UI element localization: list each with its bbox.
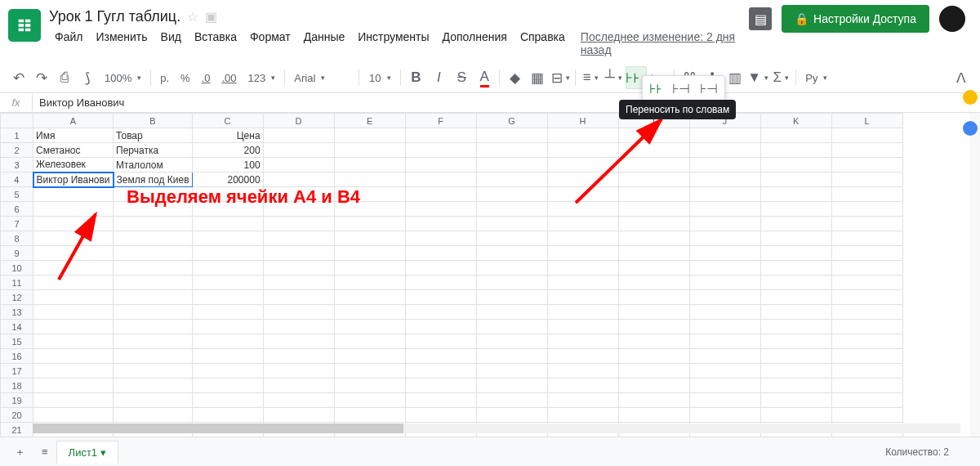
cell-D18[interactable] xyxy=(263,379,334,393)
cell-L1[interactable] xyxy=(831,128,902,143)
cell-L5[interactable] xyxy=(831,187,902,202)
cell-J9[interactable] xyxy=(689,246,760,261)
selection-count[interactable]: Количество: 2 xyxy=(885,446,973,458)
cell-E9[interactable] xyxy=(334,246,405,261)
move-folder-icon[interactable]: ▣ xyxy=(205,9,217,25)
cell-F2[interactable] xyxy=(405,143,476,158)
cell-F16[interactable] xyxy=(405,349,476,364)
wrap-clip-icon[interactable]: ⊦⊣ xyxy=(698,79,719,98)
cell-K2[interactable] xyxy=(760,143,831,158)
row-header[interactable]: 20 xyxy=(1,408,33,423)
cell-J16[interactable] xyxy=(689,349,760,364)
cell-H9[interactable] xyxy=(547,246,618,261)
cell-F13[interactable] xyxy=(405,305,476,320)
cell-J2[interactable] xyxy=(689,143,760,158)
cell-G8[interactable] xyxy=(476,231,547,246)
col-header[interactable]: A xyxy=(33,114,114,128)
cell-K15[interactable] xyxy=(760,334,831,349)
currency-button[interactable]: р. xyxy=(155,66,174,89)
col-header[interactable]: G xyxy=(476,114,547,128)
cell-F5[interactable] xyxy=(405,187,476,202)
cell-D10[interactable] xyxy=(263,261,334,276)
cell-J11[interactable] xyxy=(689,276,760,290)
cell-A4[interactable]: Виктор Иванови xyxy=(33,173,114,187)
cell-D4[interactable] xyxy=(263,173,334,187)
cell-I16[interactable] xyxy=(618,349,689,364)
col-header[interactable]: E xyxy=(334,114,405,128)
cell-J20[interactable] xyxy=(689,408,760,423)
menu-edit[interactable]: Изменить xyxy=(90,27,153,60)
cell-H14[interactable] xyxy=(547,320,618,334)
cell-A16[interactable] xyxy=(33,349,114,364)
cell-K10[interactable] xyxy=(760,261,831,276)
cell-L9[interactable] xyxy=(831,246,902,261)
more-formats-button[interactable]: 123 xyxy=(243,66,281,89)
cell-L8[interactable] xyxy=(831,231,902,246)
cell-H7[interactable] xyxy=(547,217,618,231)
merge-button[interactable]: ⊟ xyxy=(550,66,571,89)
cell-D14[interactable] xyxy=(263,320,334,334)
percent-button[interactable]: % xyxy=(176,66,195,89)
row-header[interactable]: 19 xyxy=(1,393,33,408)
row-header[interactable]: 6 xyxy=(1,202,33,217)
print-button[interactable]: ⎙ xyxy=(54,66,75,89)
cell-L3[interactable] xyxy=(831,158,902,173)
fill-color-button[interactable]: ◆ xyxy=(504,66,525,89)
cell-I20[interactable] xyxy=(618,408,689,423)
cell-B14[interactable] xyxy=(114,320,193,334)
cell-F14[interactable] xyxy=(405,320,476,334)
cell-D7[interactable] xyxy=(263,217,334,231)
cell-I10[interactable] xyxy=(618,261,689,276)
cell-E11[interactable] xyxy=(334,276,405,290)
cell-E10[interactable] xyxy=(334,261,405,276)
cell-C16[interactable] xyxy=(192,349,263,364)
cell-J13[interactable] xyxy=(689,305,760,320)
cell-C8[interactable] xyxy=(192,231,263,246)
formula-input[interactable]: Виктор Иванович xyxy=(33,94,131,111)
cell-K11[interactable] xyxy=(760,276,831,290)
cell-E12[interactable] xyxy=(334,290,405,305)
text-color-button[interactable]: A xyxy=(474,66,495,89)
row-header[interactable]: 4 xyxy=(1,173,33,187)
filter-button[interactable]: ▼ xyxy=(747,66,768,89)
cell-F10[interactable] xyxy=(405,261,476,276)
wrap-wrap-icon[interactable]: ⊦⊣ xyxy=(670,79,692,98)
cell-D3[interactable] xyxy=(263,158,334,173)
cell-C9[interactable] xyxy=(192,246,263,261)
menu-tools[interactable]: Инструменты xyxy=(352,27,434,60)
cell-L14[interactable] xyxy=(831,320,902,334)
cell-F12[interactable] xyxy=(405,290,476,305)
cell-A5[interactable] xyxy=(33,187,114,202)
cell-E17[interactable] xyxy=(334,364,405,379)
cell-C17[interactable] xyxy=(192,364,263,379)
side-panel-icon-1[interactable] xyxy=(963,90,978,105)
sheet-tab[interactable]: Лист1 ▾ xyxy=(56,441,118,464)
cell-F8[interactable] xyxy=(405,231,476,246)
cell-J1[interactable] xyxy=(689,128,760,143)
cell-I7[interactable] xyxy=(618,217,689,231)
cell-K9[interactable] xyxy=(760,246,831,261)
cell-L16[interactable] xyxy=(831,349,902,364)
cell-G20[interactable] xyxy=(476,408,547,423)
cell-I8[interactable] xyxy=(618,231,689,246)
cell-G10[interactable] xyxy=(476,261,547,276)
strikethrough-button[interactable]: S xyxy=(451,66,472,89)
cell-C13[interactable] xyxy=(192,305,263,320)
cell-K8[interactable] xyxy=(760,231,831,246)
cell-E20[interactable] xyxy=(334,408,405,423)
cell-K17[interactable] xyxy=(760,364,831,379)
cell-E19[interactable] xyxy=(334,393,405,408)
row-header[interactable]: 15 xyxy=(1,334,33,349)
cell-J10[interactable] xyxy=(689,261,760,276)
cell-J15[interactable] xyxy=(689,334,760,349)
cell-I9[interactable] xyxy=(618,246,689,261)
cell-L13[interactable] xyxy=(831,305,902,320)
cell-H17[interactable] xyxy=(547,364,618,379)
cell-F1[interactable] xyxy=(405,128,476,143)
cell-H19[interactable] xyxy=(547,393,618,408)
row-header[interactable]: 14 xyxy=(1,320,33,334)
last-edit-link[interactable]: Последнее изменение: 2 дня назад xyxy=(577,27,749,60)
cell-K20[interactable] xyxy=(760,408,831,423)
cell-B12[interactable] xyxy=(114,290,193,305)
cell-L17[interactable] xyxy=(831,364,902,379)
